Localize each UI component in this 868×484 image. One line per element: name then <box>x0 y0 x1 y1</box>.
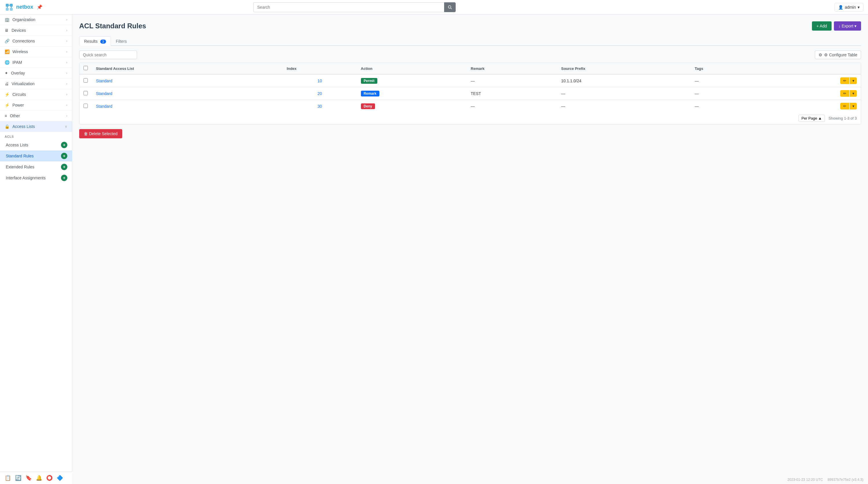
sidebar-sub-item-interface-assignments[interactable]: Interface Assignments + <box>0 172 72 183</box>
notification-icon[interactable]: 🔔 <box>36 475 42 481</box>
virt-icon: 🖨 <box>5 82 9 86</box>
sidebar-item-ipam[interactable]: 🌐 IPAM › <box>0 57 72 68</box>
row-checkbox[interactable] <box>84 91 88 95</box>
row-action: Deny <box>357 100 467 112</box>
sidebar-item-circuits[interactable]: ⚡ Circuits › <box>0 89 72 100</box>
col-header-tags: Tags <box>690 63 759 74</box>
tab-results-badge: 3 <box>100 39 106 43</box>
add-extended-rules-button[interactable]: + <box>61 164 67 170</box>
sidebar-item-overlay[interactable]: ✦ Overlay › <box>0 68 72 78</box>
chevron-right-icon: › <box>66 39 67 43</box>
ipam-icon: 🌐 <box>5 60 9 65</box>
sidebar-item-wireless[interactable]: 📶 Wireless › <box>0 46 72 57</box>
col-header-actions <box>760 63 861 74</box>
page-header: ACL Standard Rules + Add ↓ Export ▾ <box>79 21 861 31</box>
sidebar-item-access-lists[interactable]: 🔒 Access Lists ∨ <box>0 121 72 132</box>
brand-logo[interactable]: netbox 📌 <box>5 3 62 12</box>
row-edit-button[interactable]: ✏ <box>840 77 849 84</box>
configure-table-button[interactable]: ⚙ ⚙ Configure Table <box>815 51 861 59</box>
acls-section-label: ACLS <box>0 132 72 139</box>
sidebar-item-devices[interactable]: 🖥 Devices › <box>0 25 72 36</box>
sidebar-item-organization[interactable]: 🏢 Organization › <box>0 14 72 25</box>
add-button[interactable]: + Add <box>812 21 832 31</box>
sidebar-item-power[interactable]: ⚡ Power › <box>0 100 72 110</box>
chevron-right-icon: › <box>66 28 67 32</box>
access-list-link[interactable]: Standard <box>96 104 113 108</box>
add-access-lists-button[interactable]: + <box>61 142 67 148</box>
tab-results[interactable]: Results 3 <box>79 36 111 46</box>
access-list-link[interactable]: Standard <box>96 91 113 96</box>
tab-filters[interactable]: Filters <box>111 36 132 46</box>
row-source-prefix: — <box>557 100 690 112</box>
layout: 🏢 Organization › 🖥 Devices › 🔗 Connectio… <box>0 14 868 484</box>
delete-selected-button[interactable]: 🗑 Delete Selected <box>79 129 122 138</box>
action-badge: Deny <box>361 103 375 109</box>
svg-rect-1 <box>10 4 13 7</box>
select-all-checkbox[interactable] <box>84 66 88 70</box>
row-checkbox-cell <box>80 74 92 87</box>
sidebar-item-label: Virtualization <box>11 82 35 86</box>
sidebar-item-label: Access Lists <box>12 124 35 129</box>
sidebar-sub-item-extended-rules[interactable]: Extended Rules + <box>0 161 72 172</box>
sub-item-label: Interface Assignments <box>6 175 45 180</box>
global-search-button[interactable] <box>444 2 456 12</box>
config-icon[interactable]: 🔖 <box>25 475 32 481</box>
table-footer: Per Page ▲ Showing 1-3 of 3 <box>80 112 861 124</box>
quick-search-input[interactable] <box>79 51 137 59</box>
export-button[interactable]: ↓ Export ▾ <box>834 21 861 31</box>
row-tags: — <box>690 74 759 87</box>
add-interface-assignments-button[interactable]: + <box>61 175 67 181</box>
slack-icon[interactable]: 🔷 <box>57 475 63 481</box>
access-list-link[interactable]: Standard <box>96 78 113 83</box>
api-icon[interactable]: 🔄 <box>15 475 21 481</box>
row-edit-button[interactable]: ✏ <box>840 90 849 97</box>
github-icon[interactable]: ⭕ <box>46 475 53 481</box>
index-link[interactable]: 20 <box>317 91 322 96</box>
add-standard-rules-button[interactable]: + <box>61 153 67 159</box>
col-header-index: Index <box>283 63 356 74</box>
row-dropdown-button[interactable]: ▾ <box>850 90 857 97</box>
row-remark: TEST <box>467 87 557 100</box>
table-container: Standard Access List Index Action Remark… <box>79 63 861 125</box>
chevron-right-icon: › <box>66 82 67 86</box>
user-label: admin <box>845 5 856 9</box>
overlay-icon: ✦ <box>5 71 8 75</box>
sidebar-item-virtualization[interactable]: 🖨 Virtualization › <box>0 78 72 89</box>
row-remark: — <box>467 74 557 87</box>
row-checkbox[interactable] <box>84 78 88 83</box>
index-link[interactable]: 10 <box>317 78 322 83</box>
chevron-right-icon: › <box>66 103 67 107</box>
status-bar: 2023-01-23 12:20 UTC 89937b7e75e2 (v3.4.… <box>72 475 868 484</box>
chevron-right-icon: › <box>66 92 67 96</box>
index-link[interactable]: 30 <box>317 104 322 108</box>
row-dropdown-button[interactable]: ▾ <box>850 77 857 84</box>
sidebar-item-other[interactable]: ≡ Other › <box>0 110 72 121</box>
sidebar-sub-item-standard-rules[interactable]: Standard Rules + <box>0 151 72 161</box>
row-action-buttons: ✏ ▾ <box>764 103 857 109</box>
devices-icon: 🖥 <box>5 28 9 33</box>
docs-icon[interactable]: 📋 <box>5 475 11 481</box>
row-tags: — <box>690 87 759 100</box>
sidebar-item-connections[interactable]: 🔗 Connections › <box>0 36 72 46</box>
table-body: Standard 10 Permit — 10.1.1.0/24 — ✏ ▾ <box>80 74 861 112</box>
sidebar-item-label: Organization <box>12 17 35 22</box>
row-dropdown-button[interactable]: ▾ <box>850 103 857 109</box>
chevron-down-icon: ∨ <box>65 125 67 129</box>
user-chevron-icon: ▾ <box>858 5 860 9</box>
user-menu-button[interactable]: 👤 admin ▾ <box>835 3 863 11</box>
table-header: Standard Access List Index Action Remark… <box>80 63 861 74</box>
row-checkbox[interactable] <box>84 104 88 108</box>
navbar-right: 👤 admin ▾ <box>835 3 863 11</box>
row-actions-cell: ✏ ▾ <box>760 100 861 112</box>
action-badge: Permit <box>361 78 377 84</box>
wireless-icon: 📶 <box>5 50 9 54</box>
row-source-prefix: — <box>557 87 690 100</box>
global-search-input[interactable] <box>253 2 444 12</box>
chevron-right-icon: › <box>66 71 67 75</box>
configure-table-label: ⚙ Configure Table <box>824 53 857 57</box>
action-badge: Remark <box>361 91 379 96</box>
row-edit-button[interactable]: ✏ <box>840 103 849 109</box>
per-page-button[interactable]: Per Page ▲ <box>798 115 825 122</box>
row-tags: — <box>690 100 759 112</box>
sidebar-sub-item-access-lists[interactable]: Access Lists + <box>0 139 72 151</box>
